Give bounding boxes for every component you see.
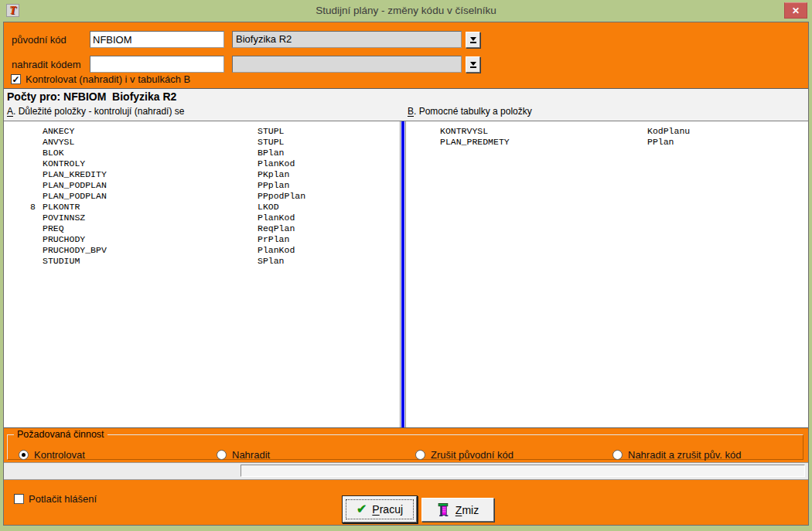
item-table-name: ANKECY [43,126,258,137]
item-count [5,245,43,256]
suppress-messages-label: Potlačit hlášení [29,493,97,505]
auxiliary-items-list[interactable]: KONTRVYSLKodPlanuPLAN_PREDMETYPPlan [406,123,807,426]
list-splitter[interactable] [400,121,406,427]
original-code-description: Biofyzika R2 [232,31,462,48]
item-count [5,191,43,202]
action-section: Požadovaná činnost KontrolovatNahraditZr… [4,428,808,462]
counts-title: Počty pro: NFBIOM Biofyzika R2 [7,90,176,103]
item-count [5,137,43,148]
item-count [5,213,43,223]
code-form-panel: původní kód Biofyzika R2 nahradit kódem … [4,22,808,88]
radio-button[interactable] [612,450,623,460]
check-tables-b-row[interactable]: ✓ Kontrolovat (nahradit) i v tabulkách B [11,73,190,85]
item-column-name: PlanKod [258,158,400,169]
checkmark-icon: ✔ [357,503,367,516]
requested-action-groupbox: Požadovaná činnost KontrolovatNahraditZr… [7,434,803,460]
item-table-name: POVINNSZ [43,213,258,223]
item-column-name: PPplan [258,180,400,191]
item-column-name: KodPlanu [647,126,807,137]
item-column-name: PrPlan [258,234,400,245]
item-table-name: PLAN_KREDITY [43,169,258,180]
list-item[interactable]: PLAN_PODPLANPPplan [5,180,400,191]
dialog-window: T Studijní plány - změny kódu v číselník… [0,0,812,531]
action-radio-nahradit[interactable]: Nahradit [217,449,270,461]
zmiz-button-label: Zmiz [455,504,479,516]
item-column-name: PPlan [647,137,807,148]
dropdown-underline-icon [470,42,476,43]
item-table-name: BLOK [43,148,258,158]
item-column-name: PlanKod [258,245,400,256]
dropdown-arrow-icon [470,62,476,66]
item-count: 8 [5,202,43,213]
list-item[interactable]: PRUCHODY_BPVPlanKod [5,245,400,256]
list-item[interactable]: ANVYSLSTUPL [5,137,400,148]
radio-button[interactable] [19,450,29,460]
exit-door-icon [437,503,450,516]
item-count [5,158,43,169]
column-a-label: A. Důležité položky - kontrolují (nahrad… [7,106,184,117]
check-tables-b-checkbox[interactable]: ✓ [11,74,21,84]
window-title: Studijní plány - změny kódu v číselníku [0,0,812,21]
list-item[interactable]: KONTROLYPlanKod [5,158,400,169]
column-b-label: B. Pomocné tabulky a položky [408,106,532,117]
radio-button[interactable] [217,450,227,460]
item-table-name: STUDIUM [43,256,258,267]
action-radio-nahradit-a-zru-it-p-v-k-d[interactable]: Nahradit a zrušit pův. kód [612,449,741,461]
replace-code-dropdown-button[interactable] [466,56,480,73]
list-item[interactable]: KONTRVYSLKodPlanu [406,126,807,137]
item-table-name: PRUCHODY [43,234,258,245]
item-column-name: STUPL [258,126,400,137]
item-column-name: PlanKod [258,213,400,223]
action-radio-zru-it-p-vodn-k-d[interactable]: Zrušit původní kód [415,449,513,461]
item-column-name: STUPL [258,137,400,148]
pracuj-button[interactable]: ✔ Pracuj [343,496,417,522]
close-button[interactable]: ✕ [784,2,807,19]
footer-panel: Potlačit hlášení ✔ Pracuj [4,480,808,525]
dropdown-arrow-icon [470,37,476,41]
list-item[interactable]: PRUCHODYPrPlan [5,234,400,245]
summary-header: Počty pro: NFBIOM Biofyzika R2 A. Důleži… [4,88,808,121]
list-item[interactable]: POVINNSZPlanKod [5,213,400,223]
item-count [5,169,43,180]
item-table-name: KONTRVYSL [440,126,647,137]
list-item[interactable]: 8PLKONTRLKOD [5,202,400,213]
item-table-name: PREQ [43,223,258,234]
radio-label: Zrušit původní kód [431,449,513,461]
original-code-input[interactable] [90,31,224,48]
suppress-messages-checkbox[interactable] [14,494,24,504]
zmiz-button[interactable]: Zmiz [421,498,494,522]
tables-list-area: ANKECYSTUPLANVYSLSTUPLBLOKBPlanKONTROLYP… [4,121,808,428]
item-column-name: ReqPlan [258,223,400,234]
radio-button[interactable] [415,450,425,460]
title-bar[interactable]: T Studijní plány - změny kódu v číselník… [0,0,812,22]
list-item[interactable]: PLAN_PREDMETYPPlan [406,137,807,148]
list-item[interactable]: ANKECYSTUPL [5,126,400,137]
suppress-messages-row[interactable]: Potlačit hlášení [14,493,97,505]
replace-code-input[interactable] [90,56,224,73]
replace-code-label: nahradit kódem [12,59,81,70]
splitter-blue-bar [401,121,404,427]
progress-bar [241,465,805,477]
dialog-content: původní kód Biofyzika R2 nahradit kódem … [3,22,809,526]
item-count [5,234,43,245]
item-column-name: PKplan [258,169,400,180]
list-item[interactable]: BLOKBPlan [5,148,400,158]
item-table-name: PLAN_PODPLAN [43,180,258,191]
original-code-dropdown-button[interactable] [466,32,480,48]
pracuj-button-label: Pracuj [372,503,403,516]
item-table-name: PLKONTR [43,202,258,213]
original-code-label: původní kód [12,34,67,46]
list-item[interactable]: PLAN_KREDITYPKplan [5,169,400,180]
replace-code-description [232,56,462,73]
action-radio-kontrolovat[interactable]: Kontrolovat [19,449,85,461]
list-item[interactable]: PREQReqPlan [5,223,400,234]
item-column-name: SPlan [258,256,400,267]
item-table-name: PLAN_PODPLAN [43,191,258,202]
dropdown-underline-icon [470,66,476,68]
progress-strip [4,462,808,480]
list-item[interactable]: STUDIUMSPlan [5,256,400,267]
list-item[interactable]: PLAN_PODPLANPPpodPlan [5,191,400,202]
radio-label: Nahradit a zrušit pův. kód [628,449,741,461]
requested-action-legend: Požadovaná činnost [14,429,107,440]
important-items-list[interactable]: ANKECYSTUPLANVYSLSTUPLBLOKBPlanKONTROLYP… [5,123,400,426]
